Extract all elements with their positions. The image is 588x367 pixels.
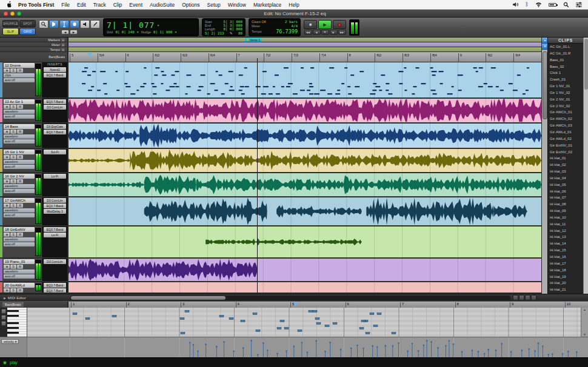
bars-ruler-strip[interactable]: 55|466|26|36|477|27|37|488|28|38|499|29|… [68,52,541,62]
track-lane[interactable] [68,197,541,225]
track-name[interactable]: 15 Gtr 1 NV [4,150,35,154]
menu-item-file[interactable]: File [61,2,70,8]
insert-chip[interactable]: Xpand2 [44,67,66,72]
solo-button[interactable]: S [10,130,16,134]
clip-item[interactable]: Hi Hat_13 [548,234,583,240]
minimize-window-button[interactable] [10,12,15,16]
clip-item[interactable]: Hi Hat_06 [548,188,583,195]
clip-item[interactable]: Hi Hat_04 [548,175,583,182]
midi-piano-roll[interactable]: ▲ ▼ [0,308,588,337]
mute-button[interactable]: M [17,203,23,208]
pencil-tool-button[interactable] [90,20,100,28]
tempo-ruler-label[interactable]: Tempo+ [0,47,68,52]
add-meter-button[interactable]: + [61,43,65,47]
piano-keys[interactable] [7,308,27,337]
midi-ruler-strip[interactable]: Bars|Beats 12345678910 [0,301,588,308]
transport-micro-button[interactable]: ◀ [313,30,321,35]
insert-chip[interactable]: EQ3 7-Band [44,73,66,78]
track-header[interactable]: 12 DrumsSMclipsauto off [0,62,42,98]
solo-button[interactable]: S [10,179,16,183]
scroll-button[interactable] [525,295,530,300]
track-name[interactable]: 16 Gtr 2 NV [4,174,35,179]
automation-mode-selector[interactable]: auto off [4,189,35,193]
insert-chip[interactable]: D3 ExpGate [44,124,66,129]
record-enable-button[interactable] [4,203,10,208]
menu-item-window[interactable]: Window [228,2,246,8]
solo-button[interactable]: S [10,265,16,269]
record-enable-button[interactable] [4,233,10,237]
meter-ruler[interactable] [68,42,541,47]
bluetooth-icon[interactable]: ᛒ [526,2,529,7]
track-lane[interactable] [68,149,541,172]
timeline-insertion-marker[interactable] [87,53,92,57]
grid-caret-icon[interactable]: ▾ [137,30,139,34]
track-header[interactable]: 16 Gtr 2 NVSMwaveformauto off [0,173,42,196]
solo-button[interactable]: S [10,105,16,109]
mute-button[interactable]: M [17,179,23,183]
track-view-selector[interactable]: waveform [4,208,35,213]
wifi-icon[interactable] [535,2,542,7]
record-enable-button[interactable] [4,105,10,109]
insert-chip[interactable]: EQ3 7-Band [44,203,66,208]
markers-ruler-label[interactable]: Markers+ [0,38,68,42]
control-center-icon[interactable] [576,2,582,7]
record-enable-button[interactable] [4,130,10,134]
tempo-value[interactable]: 76.7399 [276,28,298,35]
track-header[interactable]: 17 GtrAWChSMwaveformauto off [0,197,42,225]
scroll-button[interactable] [519,295,524,300]
nudge-value[interactable]: 0| 1| 000 [153,30,172,34]
clip-item[interactable]: Hi Hat_11 [548,221,583,228]
track-view-selector[interactable]: waveform [4,134,35,139]
solo-button[interactable]: S [10,68,16,73]
track-name[interactable]: 17 GtrAWCh [4,198,35,203]
count-off-value[interactable]: 2 bars [285,20,298,24]
track-view-selector[interactable]: waveform [4,110,35,114]
vertical-scroll-thumb[interactable] [543,51,547,119]
zoom-in-button[interactable]: ▶ [70,30,78,35]
pencil-velocity-icon[interactable]: ✎ [230,31,233,35]
track-lane[interactable] [68,124,541,148]
clip-item[interactable]: Click 1 [548,70,583,76]
edit-vertical-scrollbar[interactable]: ▲ ▼ [541,38,547,294]
transport-micro-button[interactable]: ▶ [330,30,338,35]
edit-mode-slip[interactable]: SLIP [2,28,19,35]
record-enable-button[interactable] [4,68,10,73]
menu-item-marketplace[interactable]: Marketplace [253,2,281,8]
track-name[interactable]: 12 Drums [4,63,35,68]
clip-item[interactable]: Gtr 2 NV_01 [548,96,583,103]
trim-tool-button[interactable] [49,20,59,28]
track-header[interactable]: 13 Ac Gtr 1SMwaveformauto off [0,99,42,122]
automation-mode-selector[interactable]: auto off [4,78,35,82]
automation-mode-selector[interactable]: auto off [4,242,35,246]
menu-item-pro-tools-first[interactable]: Pro Tools First [18,2,54,8]
transport-micro-button[interactable]: ◀◀ [304,30,312,35]
menu-item-track[interactable]: Track [93,2,106,8]
clip-item[interactable]: Gtr 1 NV_02 [548,90,583,96]
close-window-button[interactable] [4,12,8,16]
clip-item[interactable]: Hi Hat_05 [548,182,583,188]
clip-item[interactable]: Hi Hat_08 [548,201,583,208]
automation-mode-selector[interactable]: auto off [4,114,35,119]
battery-icon[interactable] [549,3,556,7]
spotlight-search-icon[interactable] [563,2,569,8]
track-lane[interactable] [68,99,541,122]
track-view-selector[interactable]: clips [4,73,35,78]
scroll-button[interactable] [513,295,518,300]
midi-tool-button[interactable] [1,309,6,314]
clip-item[interactable]: Hi Hat_20 [548,280,583,286]
main-counter[interactable]: 7| 1| 077 ▾ Grid 0| 0| 240 ▾ Nudge 0| 1|… [103,18,199,36]
automation-mode-selector[interactable]: auto off [4,165,35,169]
midi-ruler-selector[interactable]: Bars|Beats [0,302,68,308]
track-name[interactable]: 20 GtrAWLd [4,283,35,288]
clip-item[interactable]: Hi Hat_14 [548,240,583,247]
velocity-lane[interactable]: velocity▾ [0,337,588,357]
midi-scroll-down-icon[interactable]: ▼ [583,333,586,336]
black-key[interactable] [7,332,19,334]
solo-button[interactable]: S [10,233,16,237]
record-enable-button[interactable] [4,155,10,159]
insert-chip[interactable]: ModDelay 3 [44,209,66,214]
tempo-ruler[interactable] [68,47,541,52]
track-name[interactable]: 19 Piano_01 [4,259,35,264]
clip-item[interactable]: Hi Hat_18 [548,267,583,274]
solo-button[interactable]: S [10,203,16,208]
